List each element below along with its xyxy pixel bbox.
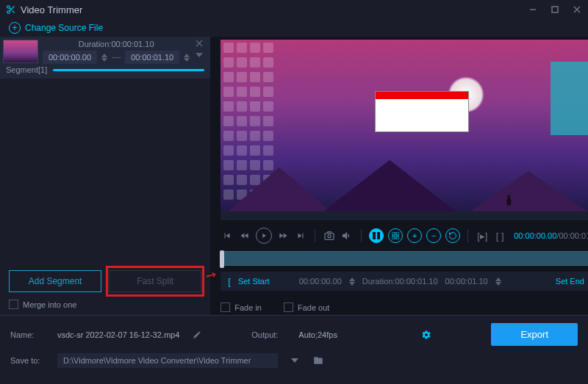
trim-controls: [ Set Start 00:00:00.00 Duration:00:00:0… <box>220 272 588 291</box>
video-preview[interactable] <box>220 40 588 220</box>
svg-rect-6 <box>552 7 558 12</box>
svg-rect-13 <box>373 232 376 239</box>
output-settings-button[interactable] <box>421 330 431 340</box>
svg-rect-18 <box>396 236 399 239</box>
trim-start-time[interactable]: 00:00:00.00 <box>299 277 342 286</box>
segment-progress-bar[interactable] <box>53 69 204 71</box>
set-end-button[interactable]: Set End <box>556 277 584 286</box>
edit-name-button[interactable] <box>193 330 201 339</box>
end-stepper[interactable] <box>184 54 190 62</box>
trim-start-stepper[interactable] <box>349 278 355 286</box>
svg-rect-14 <box>377 232 380 239</box>
svg-point-1 <box>7 11 10 14</box>
forward-button[interactable] <box>276 229 290 242</box>
grid-2-button[interactable] <box>369 228 384 243</box>
trim-timeline[interactable] <box>220 251 588 266</box>
export-button[interactable]: Export <box>491 323 578 346</box>
maximize-button[interactable] <box>550 4 560 15</box>
fade-in-label: Fade in <box>234 303 262 312</box>
name-label: Name: <box>10 330 47 339</box>
trim-duration-label: Duration:00:00:01.10 <box>362 277 438 286</box>
segment-item[interactable]: Duration:00:00:01.10 00:00:00.00 — 00:00… <box>0 37 210 64</box>
prev-segment-button[interactable] <box>220 229 234 242</box>
zoom-in-button[interactable]: + <box>407 228 422 243</box>
fade-in-checkbox[interactable] <box>220 303 230 312</box>
window-title: Video Trimmer <box>21 4 523 15</box>
svg-line-4 <box>10 8 11 10</box>
scissors-icon <box>6 4 16 15</box>
next-segment-button[interactable] <box>294 229 307 242</box>
merge-label: Merge into one <box>23 300 76 309</box>
save-to-label: Save to: <box>10 356 47 365</box>
start-stepper[interactable] <box>101 54 107 62</box>
trim-end-time[interactable]: 00:00:01.10 <box>445 277 488 286</box>
svg-rect-17 <box>392 236 395 239</box>
time-display: 00:00:00.00/00:00:01.10 <box>514 231 588 240</box>
rewind-button[interactable] <box>238 229 251 242</box>
svg-rect-15 <box>392 232 395 235</box>
file-name: vsdc-sr 2022-02-07 16-12-32.mp4 <box>57 330 179 339</box>
segment-end-time[interactable]: 00:00:01.10 <box>125 51 179 64</box>
playback-controls: + − [▸] [ ] 00:00:00.00/00:00:01.10 <box>220 226 588 245</box>
svg-point-12 <box>328 235 331 238</box>
segment-duration-label: Duration:00:00:01.10 <box>43 40 190 48</box>
fast-split-button[interactable]: Fast Split <box>109 270 201 292</box>
browse-folder-button[interactable] <box>312 354 325 367</box>
segment-remove-button[interactable] <box>194 40 204 57</box>
current-time: 00:00:00.00 <box>514 231 556 240</box>
segment-thumbnail <box>3 40 38 63</box>
titlebar: Video Trimmer <box>0 0 588 19</box>
bracket-out-button[interactable]: [ ] <box>493 229 506 242</box>
set-start-bracket-icon[interactable]: [ <box>228 276 231 287</box>
volume-button[interactable] <box>340 229 354 242</box>
save-path-dropdown[interactable] <box>288 354 301 367</box>
svg-rect-11 <box>325 233 334 240</box>
change-source-label: Change Source File <box>25 23 103 33</box>
segment-start-time[interactable]: 00:00:00.00 <box>43 51 97 64</box>
segment-label: Segment[1] <box>6 65 47 74</box>
add-segment-button[interactable]: Add Segment <box>9 270 101 292</box>
output-value: Auto;24fps <box>298 330 337 339</box>
svg-point-0 <box>7 6 10 9</box>
plus-circle-icon: + <box>9 22 21 34</box>
window-controls <box>528 4 582 15</box>
fade-out-checkbox[interactable] <box>284 303 293 312</box>
output-label: Output: <box>251 330 288 339</box>
set-start-button[interactable]: Set Start <box>238 277 270 286</box>
change-source-button[interactable]: + Change Source File <box>0 19 588 37</box>
minimize-button[interactable] <box>528 4 538 15</box>
save-path[interactable]: D:\Vidmore\Vidmore Video Converter\Video… <box>57 353 278 368</box>
bracket-in-button[interactable]: [▸] <box>476 229 489 242</box>
play-button[interactable] <box>256 228 272 244</box>
trim-end-stepper[interactable] <box>495 278 501 286</box>
svg-line-3 <box>12 10 14 12</box>
footer: Name: vsdc-sr 2022-02-07 16-12-32.mp4 Ou… <box>0 315 588 365</box>
svg-rect-16 <box>396 232 399 235</box>
close-button[interactable] <box>572 4 582 15</box>
zoom-out-button[interactable]: − <box>426 228 441 243</box>
undo-button[interactable] <box>445 228 460 243</box>
segments-panel: Duration:00:00:01.10 00:00:00.00 — 00:00… <box>0 37 210 315</box>
snapshot-button[interactable] <box>323 229 336 242</box>
total-time: 00:00:01.10 <box>559 231 588 240</box>
fade-out-label: Fade out <box>298 303 329 312</box>
grid-4-button[interactable] <box>388 228 403 243</box>
merge-checkbox[interactable] <box>9 300 18 309</box>
preview-panel: + − [▸] [ ] 00:00:00.00/00:00:01.10 ➚ ➚ … <box>210 37 588 315</box>
